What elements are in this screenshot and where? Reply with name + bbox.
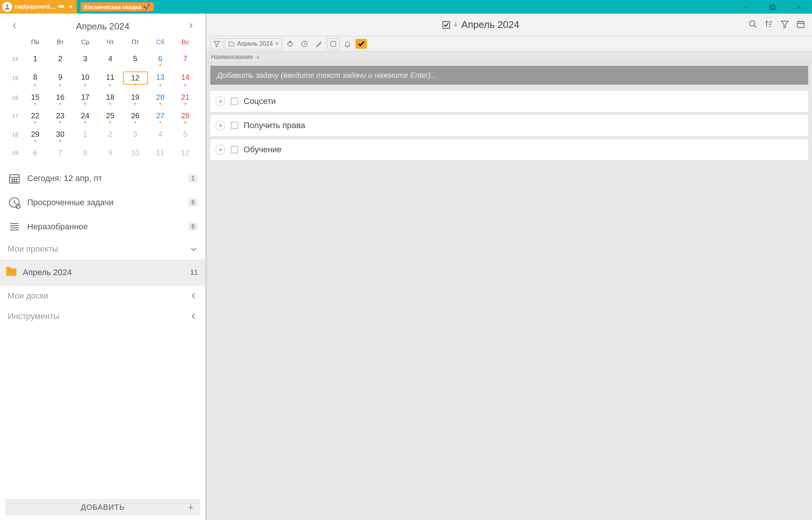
- calendar-next-button[interactable]: [187, 22, 194, 31]
- calendar-day[interactable]: 18: [98, 91, 123, 103]
- highlight-button[interactable]: [312, 38, 325, 50]
- nav-unsorted[interactable]: Неразобранное 6: [0, 215, 205, 239]
- calendar-day[interactable]: 30: [48, 128, 73, 140]
- checkbox-icon[interactable]: [442, 21, 450, 29]
- add-button[interactable]: ДОБАВИТЬ +: [5, 499, 200, 515]
- calendar-day[interactable]: 10: [123, 147, 148, 159]
- calendar-day[interactable]: 3: [73, 53, 98, 65]
- calendar-day[interactable]: 3: [123, 128, 148, 140]
- calendar-day[interactable]: 2: [48, 53, 73, 65]
- calendar-day[interactable]: 28: [173, 110, 198, 122]
- calendar-day[interactable]: 15: [23, 91, 48, 103]
- toolbar: Апрель 2024 ▼: [206, 36, 812, 51]
- calendar-day[interactable]: 1: [23, 53, 48, 65]
- calendar-day[interactable]: 4: [148, 128, 173, 140]
- nav-unsorted-label: Неразобранное: [27, 222, 188, 232]
- calendar-day[interactable]: 6: [23, 147, 48, 159]
- calendar-day[interactable]: 22: [23, 110, 48, 122]
- calendar-day[interactable]: 27: [148, 110, 173, 122]
- calendar-day[interactable]: 24: [73, 110, 98, 122]
- calendar-day[interactable]: 12: [123, 71, 148, 85]
- tag-button[interactable]: [284, 38, 297, 50]
- checked-toggle[interactable]: [356, 39, 367, 49]
- section-tools[interactable]: Инструменты: [0, 306, 205, 327]
- calendar-day[interactable]: 11: [148, 147, 173, 159]
- calendar-day[interactable]: 26: [123, 110, 148, 122]
- calendar-dow: Пт: [123, 39, 148, 46]
- calendar-dow: Ср: [73, 39, 98, 46]
- calendar-day[interactable]: 1: [73, 128, 98, 140]
- search-icon[interactable]: [748, 20, 758, 30]
- task-row[interactable]: Получить права: [210, 115, 808, 136]
- user-chip[interactable]: nadyasverd...: [0, 0, 77, 14]
- calendar-dow: Сб: [148, 39, 173, 46]
- promo-badge[interactable]: Космическая скидка 🚀: [81, 2, 154, 11]
- calendar-day[interactable]: 2: [98, 128, 123, 140]
- checkbox-button[interactable]: [327, 38, 340, 50]
- svg-line-23: [754, 25, 756, 28]
- calendar-day[interactable]: 11: [98, 71, 123, 85]
- calendar-day[interactable]: 17: [73, 91, 98, 103]
- calendar-title: Апрель 2024: [76, 21, 129, 32]
- calendar-day[interactable]: 7: [48, 147, 73, 159]
- calendar-day[interactable]: 6: [148, 53, 173, 65]
- calendar-weeknum: 17: [8, 110, 23, 122]
- svg-point-0: [6, 5, 8, 7]
- filter-button[interactable]: [210, 38, 223, 50]
- calendar-day[interactable]: 4: [98, 53, 123, 65]
- calendar-day[interactable]: 14: [173, 71, 198, 85]
- task-row[interactable]: Обучение: [210, 139, 808, 160]
- column-header[interactable]: Наименование: [206, 51, 812, 63]
- sort-icon[interactable]: [764, 20, 773, 30]
- folder-selector[interactable]: Апрель 2024 ▼: [225, 38, 282, 50]
- clock-button[interactable]: [298, 38, 311, 50]
- calendar-day[interactable]: 25: [98, 110, 123, 122]
- calendar-day[interactable]: 5: [123, 53, 148, 65]
- nav-today[interactable]: Сегодня: 12 апр, пт 1: [0, 166, 205, 190]
- calendar-weeknum: 16: [8, 91, 23, 103]
- calendar-day[interactable]: 8: [23, 71, 48, 85]
- calendar-day[interactable]: 9: [48, 71, 73, 85]
- bell-button[interactable]: [341, 38, 354, 50]
- expand-button[interactable]: [216, 96, 225, 106]
- sort-asc-icon: [256, 56, 260, 58]
- task-checkbox[interactable]: [231, 146, 238, 153]
- calendar-day[interactable]: 10: [73, 71, 98, 85]
- nav-overdue-label: Просроченные задачи: [27, 198, 188, 207]
- calendar-day[interactable]: 21: [173, 91, 198, 103]
- calendar-day[interactable]: 19: [123, 91, 148, 103]
- calendar-day[interactable]: 23: [48, 110, 73, 122]
- nav-overdue[interactable]: Просроченные задачи 6: [0, 190, 205, 215]
- task-row[interactable]: Соцсети: [210, 91, 808, 112]
- expand-button[interactable]: [216, 121, 225, 130]
- window-minimize-button[interactable]: [733, 0, 759, 14]
- calendar-day[interactable]: 16: [48, 91, 73, 103]
- calendar-day[interactable]: 12: [173, 147, 198, 159]
- clock-overdue-icon: [8, 196, 21, 209]
- window-close-button[interactable]: [786, 0, 812, 14]
- calendar-prev-button[interactable]: [11, 22, 18, 31]
- nav-today-label: Сегодня: 12 апр, пт: [27, 173, 188, 183]
- calendar-icon[interactable]: [796, 20, 805, 30]
- section-my-projects[interactable]: Мои проекты: [0, 239, 205, 259]
- calendar-day[interactable]: 9: [98, 147, 123, 159]
- svg-point-16: [16, 204, 20, 208]
- section-my-boards[interactable]: Мои доски: [0, 286, 205, 306]
- calendar-day[interactable]: 13: [148, 71, 173, 85]
- task-checkbox[interactable]: [231, 98, 238, 105]
- expand-button[interactable]: [216, 145, 225, 155]
- calendar-day[interactable]: 5: [173, 128, 198, 140]
- calendar-day[interactable]: 20: [148, 91, 173, 103]
- project-item-april[interactable]: Апрель 2024 11: [0, 259, 205, 286]
- window-maximize-button[interactable]: [759, 0, 786, 14]
- add-task-input[interactable]: Добавить задачу (введите текст задачи и …: [210, 66, 808, 85]
- svg-point-9: [12, 179, 13, 180]
- calendar-day[interactable]: 7: [173, 53, 198, 65]
- calendar-day[interactable]: 29: [23, 128, 48, 140]
- calendar-weeknum: 14: [8, 53, 23, 65]
- calendar-day[interactable]: 8: [73, 147, 98, 159]
- filter-icon[interactable]: [780, 20, 789, 30]
- plus-icon: +: [188, 501, 194, 513]
- task-checkbox[interactable]: [231, 122, 238, 129]
- main-header: Апрель 2024: [206, 14, 812, 36]
